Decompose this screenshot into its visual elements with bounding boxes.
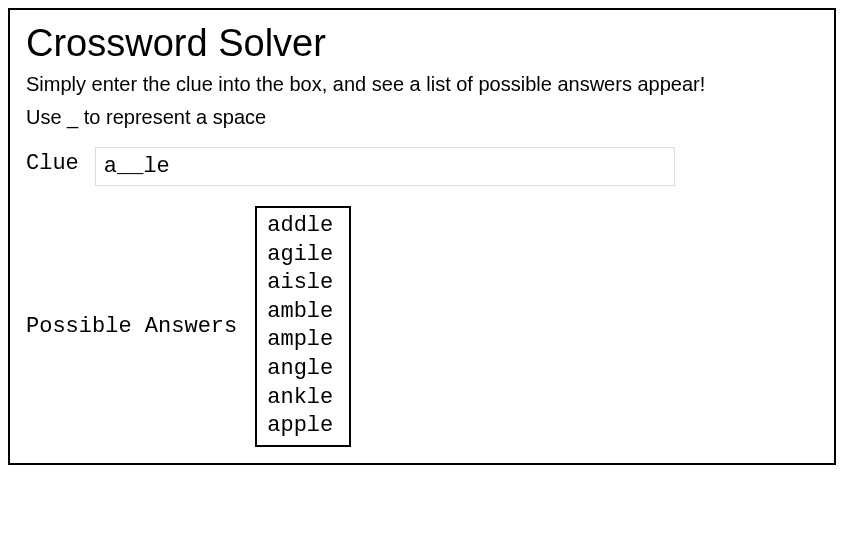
answer-item: amble — [267, 298, 339, 327]
answer-item: ankle — [267, 384, 339, 413]
answer-item: agile — [267, 241, 339, 270]
answer-item: angle — [267, 355, 339, 384]
clue-label: Clue — [26, 147, 79, 176]
answer-item: apple — [267, 412, 339, 441]
clue-input[interactable] — [95, 147, 675, 186]
answer-item: addle — [267, 212, 339, 241]
page-title: Crossword Solver — [26, 22, 818, 65]
answers-label: Possible Answers — [26, 314, 237, 339]
usage-hint: Use _ to represent a space — [26, 106, 818, 129]
answer-item: aisle — [267, 269, 339, 298]
page-subtitle: Simply enter the clue into the box, and … — [26, 73, 818, 96]
answer-item: ample — [267, 326, 339, 355]
app-container: Crossword Solver Simply enter the clue i… — [8, 8, 836, 465]
answers-row: Possible Answers addleagileaisleambleamp… — [26, 206, 818, 447]
answers-box: addleagileaisleambleampleangleankleapple — [255, 206, 351, 447]
clue-row: Clue — [26, 147, 818, 186]
